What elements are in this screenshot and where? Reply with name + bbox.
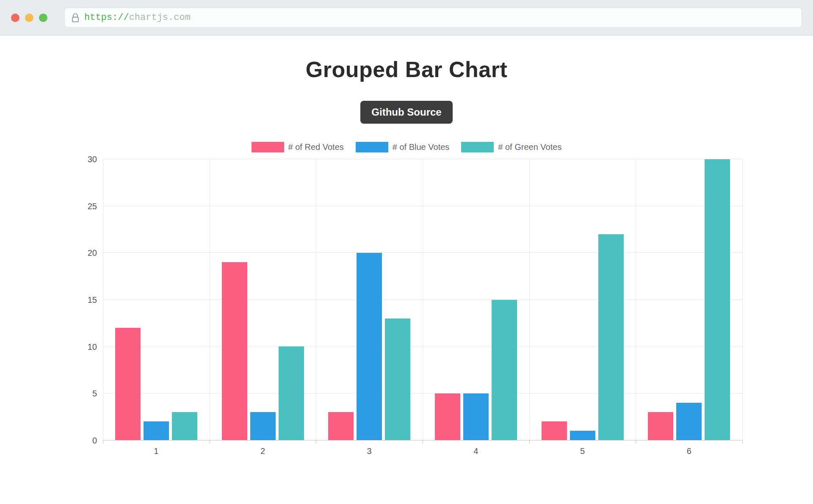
x-axis-labels: 123456: [103, 446, 742, 456]
chart-area: 051015202530: [74, 159, 813, 440]
url-text: https://chartjs.com: [84, 12, 191, 23]
bar[interactable]: [279, 346, 304, 440]
legend-item[interactable]: # of Red Votes: [252, 142, 344, 152]
x-axis-category-label: 6: [636, 446, 742, 456]
x-axis-category-label: 2: [210, 446, 316, 456]
legend-label: # of Blue Votes: [393, 142, 450, 152]
url-bar[interactable]: https://chartjs.com: [64, 8, 802, 28]
plot-area: [103, 159, 742, 440]
bar[interactable]: [648, 412, 673, 440]
bar[interactable]: [222, 262, 247, 440]
y-axis-tick-label: 10: [88, 342, 97, 352]
bar[interactable]: [435, 393, 460, 440]
bar-group-2: [210, 159, 316, 440]
lock-icon: [72, 13, 79, 23]
maximize-window-button[interactable]: [39, 14, 47, 22]
bar[interactable]: [144, 421, 169, 440]
bar[interactable]: [542, 421, 567, 440]
bar-groups: [103, 159, 742, 440]
x-axis-tick: [103, 440, 103, 444]
bar[interactable]: [676, 403, 702, 440]
y-axis-tick-label: 5: [92, 389, 97, 399]
bar-group-5: [529, 159, 636, 440]
browser-chrome: https://chartjs.com: [0, 0, 813, 36]
legend-swatch: [252, 142, 284, 152]
legend-item[interactable]: # of Blue Votes: [356, 142, 450, 152]
x-axis-tick: [210, 440, 210, 444]
y-axis-tick-label: 30: [88, 155, 97, 164]
x-axis-tick: [636, 440, 636, 444]
y-axis-tick-label: 25: [88, 201, 97, 211]
button-row: Github Source: [0, 101, 813, 124]
x-axis-category-label: 3: [316, 446, 423, 456]
bar[interactable]: [705, 159, 730, 440]
github-source-button[interactable]: Github Source: [360, 101, 452, 124]
bar-group-1: [103, 159, 210, 440]
bar[interactable]: [570, 431, 595, 440]
close-window-button[interactable]: [11, 14, 19, 22]
page-title: Grouped Bar Chart: [0, 57, 813, 82]
y-axis-tick-label: 0: [92, 436, 97, 446]
x-axis-category-label: 4: [423, 446, 529, 456]
legend-item[interactable]: # of Green Votes: [461, 142, 561, 152]
x-axis-category-label: 1: [103, 446, 210, 456]
legend-swatch: [461, 142, 494, 152]
bar-group-3: [316, 159, 423, 440]
bar[interactable]: [328, 412, 354, 440]
window-controls: [11, 14, 47, 22]
bar[interactable]: [115, 328, 141, 440]
bar[interactable]: [172, 412, 197, 440]
gridline-vertical: [742, 159, 743, 440]
bar[interactable]: [250, 412, 276, 440]
y-axis-tick-label: 20: [88, 248, 97, 258]
bar[interactable]: [492, 300, 517, 440]
url-protocol: https://: [84, 12, 129, 23]
legend-label: # of Green Votes: [498, 142, 561, 152]
y-axis-tick-label: 15: [88, 295, 97, 305]
grouped-bar-chart: # of Red Votes# of Blue Votes# of Green …: [0, 141, 813, 456]
page-content: Grouped Bar Chart Github Source # of Red…: [0, 36, 813, 456]
minimize-window-button[interactable]: [25, 14, 33, 22]
legend-label: # of Red Votes: [288, 142, 344, 152]
x-axis-tick: [423, 440, 423, 444]
legend-swatch: [356, 142, 388, 152]
y-axis-labels: 051015202530: [74, 159, 103, 440]
bar-group-4: [423, 159, 529, 440]
bar-group-6: [636, 159, 742, 440]
chart-legend: # of Red Votes# of Blue Votes# of Green …: [0, 141, 813, 152]
x-axis-tick: [529, 440, 530, 444]
url-domain: chartjs.com: [129, 12, 191, 23]
bar[interactable]: [357, 253, 382, 440]
bar[interactable]: [385, 318, 410, 440]
bar[interactable]: [463, 393, 489, 440]
bar[interactable]: [598, 234, 624, 440]
x-axis-category-label: 5: [529, 446, 636, 456]
x-axis-tick: [742, 440, 743, 444]
x-axis-tick: [316, 440, 316, 444]
